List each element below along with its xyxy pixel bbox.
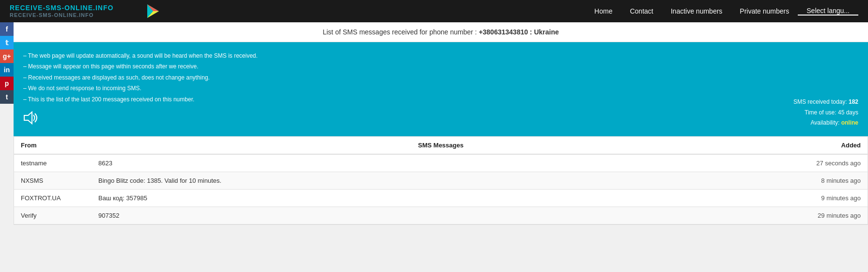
cell-sms: Ваш код: 357985 bbox=[92, 189, 790, 207]
svg-marker-4 bbox=[24, 112, 32, 124]
sms-table-wrapper: From SMS Messages Added testname 8623 27… bbox=[14, 136, 868, 225]
stats-box: SMS received today: 182 Time of use: 45 … bbox=[793, 97, 858, 128]
header-from: From bbox=[14, 137, 92, 154]
time-label: Time of use: bbox=[805, 109, 838, 116]
play-store-icon bbox=[145, 3, 161, 19]
info-line-5: – This is the list of the last 200 messa… bbox=[23, 95, 858, 104]
cell-from: FOXTROT.UA bbox=[14, 189, 92, 207]
cell-from: Verify bbox=[14, 207, 92, 224]
availability-label: Availability: bbox=[811, 119, 841, 126]
cell-sms: 907352 bbox=[92, 207, 790, 224]
sms-today-label: SMS received today: bbox=[793, 98, 849, 105]
header-sms: SMS Messages bbox=[92, 137, 790, 154]
logo-line1: RECEIVE-SMS-ONLINE.INFO bbox=[10, 4, 145, 12]
table-row: Verify 907352 29 minutes ago bbox=[14, 207, 868, 224]
sms-today: SMS received today: 182 bbox=[793, 97, 858, 108]
cell-added: 27 seconds ago bbox=[790, 154, 868, 172]
cell-from: NXSMS bbox=[14, 172, 92, 189]
cell-added: 8 minutes ago bbox=[790, 172, 868, 189]
info-line-3: – Received messages are displayed as suc… bbox=[23, 73, 858, 82]
table-row: testname 8623 27 seconds ago bbox=[14, 154, 868, 172]
nav-inactive[interactable]: Inactive numbers bbox=[662, 7, 731, 15]
logo: RECEIVE-SMS-ONLINE.INFO RECEIVE-SMS-ONLI… bbox=[10, 4, 145, 17]
table-row: FOXTROT.UA Ваш код: 357985 9 minutes ago bbox=[14, 189, 868, 207]
social-tumblr-button[interactable]: t bbox=[0, 90, 14, 104]
social-sidebar: f 𝕥 g+ in p t bbox=[0, 22, 14, 104]
cell-sms: Bingo Blitz code: 1385. Valid for 10 min… bbox=[92, 172, 790, 189]
nav-contact[interactable]: Contact bbox=[621, 7, 662, 15]
logo-line2: RECEIVE-SMS-ONLINE.INFO bbox=[10, 12, 145, 18]
speaker-icon bbox=[23, 111, 39, 125]
availability-value: online bbox=[841, 119, 858, 126]
social-linkedin-button[interactable]: in bbox=[0, 63, 14, 77]
language-select[interactable]: Select langu... bbox=[798, 7, 858, 16]
table-row: NXSMS Bingo Blitz code: 1385. Valid for … bbox=[14, 172, 868, 189]
cell-sms: 8623 bbox=[92, 154, 790, 172]
sms-today-value: 182 bbox=[849, 98, 858, 105]
info-lines: – The web page will update automatically… bbox=[23, 51, 858, 104]
table-body: testname 8623 27 seconds ago NXSMS Bingo… bbox=[14, 154, 868, 224]
info-line-1: – The web page will update automatically… bbox=[23, 51, 858, 61]
sms-table: From SMS Messages Added testname 8623 27… bbox=[14, 137, 868, 224]
cell-from: testname bbox=[14, 154, 92, 172]
nav-private[interactable]: Private numbers bbox=[731, 7, 798, 15]
social-googleplus-button[interactable]: g+ bbox=[0, 49, 14, 63]
social-pinterest-button[interactable]: p bbox=[0, 77, 14, 90]
table-header: From SMS Messages Added bbox=[14, 137, 868, 154]
header: RECEIVE-SMS-ONLINE.INFO RECEIVE-SMS-ONLI… bbox=[0, 0, 868, 22]
main-nav: Home Contact Inactive numbers Private nu… bbox=[586, 7, 858, 16]
time-of-use: Time of use: 45 days bbox=[793, 108, 858, 118]
main-content: List of SMS messages received for phone … bbox=[14, 22, 868, 225]
cell-added: 29 minutes ago bbox=[790, 207, 868, 224]
cell-added: 9 minutes ago bbox=[790, 189, 868, 207]
time-value: 45 days bbox=[838, 109, 858, 116]
social-facebook-button[interactable]: f bbox=[0, 22, 14, 36]
availability: Availability: online bbox=[793, 118, 858, 128]
info-box: – The web page will update automatically… bbox=[14, 42, 868, 136]
nav-home[interactable]: Home bbox=[586, 7, 621, 15]
phone-header-prefix: List of SMS messages received for phone … bbox=[323, 28, 479, 36]
sound-button[interactable] bbox=[23, 111, 858, 128]
phone-number: +380631343810 : Ukraine bbox=[479, 28, 558, 36]
info-line-4: – We do not send response to incoming SM… bbox=[23, 83, 858, 93]
info-line-2: – Message will appear on this page withi… bbox=[23, 62, 858, 71]
header-added: Added bbox=[790, 137, 868, 154]
phone-header: List of SMS messages received for phone … bbox=[14, 22, 868, 42]
social-twitter-button[interactable]: 𝕥 bbox=[0, 36, 14, 49]
